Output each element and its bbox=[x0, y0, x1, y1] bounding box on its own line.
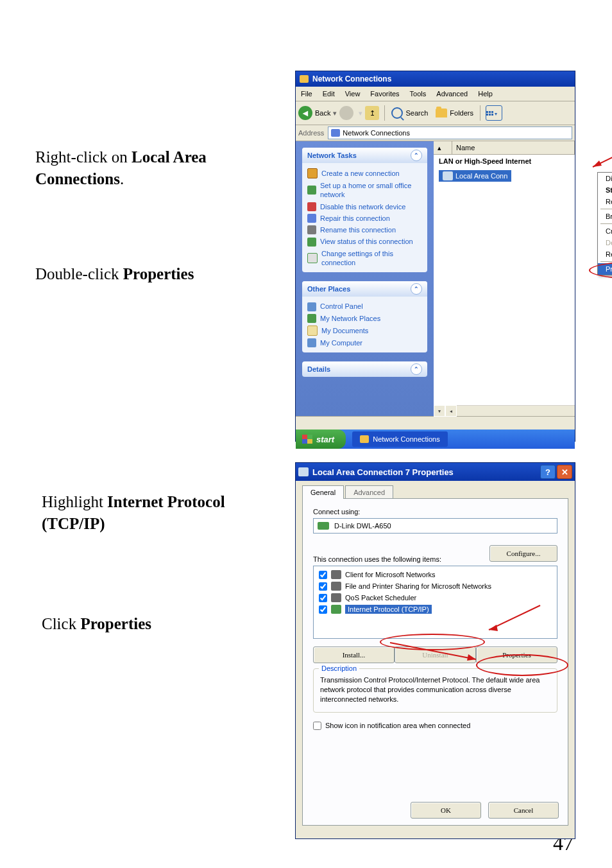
scroll-up-icon[interactable]: ▴ bbox=[434, 141, 452, 154]
chevron-up-icon[interactable]: ⌃ bbox=[411, 283, 422, 295]
install-button[interactable]: Install... bbox=[313, 647, 395, 663]
search-button[interactable]: Search bbox=[387, 106, 432, 120]
menu-file[interactable]: File bbox=[296, 90, 318, 98]
list-item-file-print[interactable]: File and Printer Sharing for Microsoft N… bbox=[316, 580, 554, 592]
panel-header[interactable]: Network Tasks ⌃ bbox=[302, 148, 427, 163]
address-value: Network Connections bbox=[343, 129, 410, 137]
scroll-left-icon[interactable]: ◂ bbox=[445, 405, 457, 417]
folders-button[interactable]: Folders bbox=[432, 107, 477, 119]
qos-icon bbox=[331, 593, 341, 602]
link-label: Control Panel bbox=[320, 302, 363, 311]
task-link-status[interactable]: View status of this connection bbox=[307, 236, 422, 247]
task-link-new-connection[interactable]: Create a new connection bbox=[307, 167, 422, 180]
menu-bar: File Edit View Favorites Tools Advanced … bbox=[296, 87, 575, 101]
back-label[interactable]: Back bbox=[315, 109, 330, 117]
forward-icon[interactable] bbox=[339, 106, 353, 120]
context-rename[interactable]: Rename bbox=[598, 248, 612, 260]
text-bold: Properties bbox=[80, 615, 151, 632]
other-places-panel: Other Places ⌃ Control Panel My Network … bbox=[302, 281, 427, 352]
other-link-documents[interactable]: My Documents bbox=[307, 324, 422, 337]
tab-advanced[interactable]: Advanced bbox=[345, 485, 393, 499]
context-properties[interactable]: Properties bbox=[598, 263, 612, 275]
dialog-footer: OK Cancel bbox=[405, 802, 559, 819]
properties-button[interactable]: Properties bbox=[476, 647, 557, 663]
list-item-qos[interactable]: QoS Packet Scheduler bbox=[316, 592, 554, 603]
context-delete: Delete bbox=[598, 237, 612, 248]
panel-title: Other Places bbox=[307, 285, 350, 293]
network-places-icon bbox=[307, 314, 316, 323]
taskbar-item-network-connections[interactable]: Network Connections bbox=[352, 431, 448, 447]
views-button[interactable]: ▾ bbox=[486, 105, 502, 121]
uninstall-button: Uninstall bbox=[395, 647, 476, 663]
context-disable[interactable]: Disable bbox=[598, 173, 612, 184]
separator bbox=[600, 209, 612, 209]
checkbox[interactable] bbox=[319, 605, 327, 614]
panel-title: Network Tasks bbox=[307, 152, 357, 159]
link-label: Repair this connection bbox=[320, 214, 390, 223]
menu-advanced[interactable]: Advanced bbox=[431, 90, 473, 98]
link-label: My Documents bbox=[321, 326, 368, 335]
menu-edit[interactable]: Edit bbox=[318, 90, 340, 98]
task-link-change-settings[interactable]: Change settings of this connection bbox=[307, 248, 422, 269]
menu-favorites[interactable]: Favorites bbox=[365, 90, 404, 98]
panel-header[interactable]: Details ⌃ bbox=[302, 361, 427, 377]
network-adapter-icon bbox=[443, 171, 453, 180]
other-link-network-places[interactable]: My Network Places bbox=[307, 313, 422, 324]
context-status[interactable]: Status bbox=[598, 184, 612, 196]
start-label: start bbox=[316, 435, 334, 444]
status-icon bbox=[307, 238, 316, 247]
address-field[interactable]: Network Connections bbox=[328, 126, 572, 139]
task-link-home-network[interactable]: Set up a home or small office network bbox=[307, 180, 422, 201]
task-link-rename[interactable]: Rename this connection bbox=[307, 224, 422, 236]
dialog-title-bar[interactable]: Local Area Connection 7 Properties ? ✕ bbox=[296, 463, 575, 481]
separator bbox=[480, 105, 480, 121]
folder-icon bbox=[360, 435, 369, 443]
chevron-up-icon[interactable]: ⌃ bbox=[411, 363, 422, 375]
ok-button[interactable]: OK bbox=[411, 802, 481, 819]
protocol-icon bbox=[331, 605, 341, 614]
horizontal-scrollbar[interactable]: ▾ ◂ bbox=[434, 405, 575, 416]
repair-icon bbox=[307, 214, 316, 223]
cancel-button[interactable]: Cancel bbox=[488, 802, 559, 819]
context-shortcut[interactable]: Create Shortcut bbox=[598, 225, 612, 237]
up-folder-icon[interactable]: ↥ bbox=[365, 106, 379, 120]
configure-button[interactable]: Configure... bbox=[489, 545, 557, 562]
panel-header[interactable]: Other Places ⌃ bbox=[302, 281, 427, 297]
back-icon[interactable]: ◄ bbox=[298, 106, 312, 120]
start-button[interactable]: start bbox=[296, 430, 346, 449]
checkbox[interactable] bbox=[313, 722, 321, 730]
checkbox[interactable] bbox=[319, 571, 327, 579]
task-link-disable[interactable]: Disable this network device bbox=[307, 201, 422, 213]
task-link-repair[interactable]: Repair this connection bbox=[307, 213, 422, 224]
svg-marker-1 bbox=[593, 161, 602, 167]
close-button[interactable]: ✕ bbox=[557, 465, 572, 479]
window-title-bar[interactable]: Network Connections bbox=[296, 71, 575, 87]
other-link-my-computer[interactable]: My Computer bbox=[307, 337, 422, 349]
checkbox[interactable] bbox=[319, 582, 327, 591]
taskbar-item-label: Network Connections bbox=[373, 435, 440, 443]
menu-view[interactable]: View bbox=[340, 90, 366, 98]
items-listbox[interactable]: Client for Microsoft Networks File and P… bbox=[313, 566, 557, 639]
panel-title: Details bbox=[307, 365, 330, 373]
checkbox[interactable] bbox=[319, 594, 327, 602]
list-item-tcpip[interactable]: Internet Protocol (TCP/IP) bbox=[316, 603, 554, 615]
other-link-control-panel[interactable]: Control Panel bbox=[307, 300, 422, 312]
menu-help[interactable]: Help bbox=[473, 90, 498, 98]
show-icon-checkbox-row[interactable]: Show icon in notification area when conn… bbox=[313, 722, 557, 730]
scroll-down-icon[interactable]: ▾ bbox=[434, 405, 445, 417]
local-area-connection-item[interactable]: Local Area Conn bbox=[439, 170, 511, 182]
context-bridge[interactable]: Bridge Connections bbox=[598, 211, 612, 222]
adapter-name: D-Link DWL-A650 bbox=[334, 522, 391, 530]
menu-tools[interactable]: Tools bbox=[405, 90, 432, 98]
help-button[interactable]: ? bbox=[540, 465, 556, 479]
search-icon bbox=[391, 107, 403, 119]
column-name[interactable]: Name bbox=[452, 141, 575, 154]
checkmark-icon bbox=[307, 253, 318, 263]
tab-general[interactable]: General bbox=[302, 485, 344, 499]
chevron-up-icon[interactable]: ⌃ bbox=[411, 150, 422, 161]
status-bar bbox=[296, 416, 575, 430]
dropdown-arrow-icon[interactable]: ▾ bbox=[333, 109, 337, 117]
context-repair[interactable]: Repair bbox=[598, 196, 612, 207]
network-tasks-panel: Network Tasks ⌃ Create a new connection … bbox=[302, 148, 427, 272]
list-item-client[interactable]: Client for Microsoft Networks bbox=[316, 569, 554, 580]
